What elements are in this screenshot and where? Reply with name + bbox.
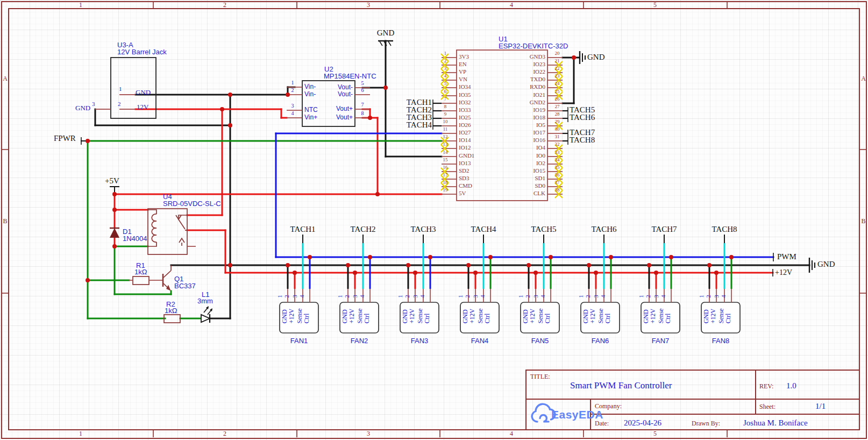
q1-value[interactable]: BC337 [174, 282, 196, 290]
sheet-value[interactable]: 1/1 [815, 402, 826, 411]
esp32-pin-number: 17 [438, 173, 453, 178]
esp32-pin-name: IO12 [459, 145, 471, 151]
u2-pin-number: 4 [287, 111, 298, 117]
net-label-tach-fan[interactable]: TACH1 [284, 225, 322, 234]
u2-pin-number: 5 [357, 81, 368, 87]
esp32-pin-name: TXD0 [502, 76, 545, 83]
junction-dot [729, 255, 734, 259]
junction-dot [86, 278, 90, 282]
junction-dot [112, 208, 117, 212]
esp32-pin-number: 23 [550, 74, 565, 79]
u2-pin-number: 2 [287, 88, 298, 94]
junction-dot [714, 271, 718, 275]
fpwr-wires-green[interactable] [88, 141, 442, 318]
esp32-pin-number: 33 [550, 150, 565, 155]
esp32-pin-number: 4 [438, 74, 453, 79]
u1-value[interactable]: ESP32-DEVKITC-32D [499, 42, 568, 50]
diode-symbol[interactable] [110, 228, 119, 238]
resistor-r2-symbol[interactable] [164, 315, 180, 323]
drawn-by-value[interactable]: Joshua M. Boniface [743, 419, 808, 428]
border-column-bottom: 1 [75, 430, 86, 437]
border-column-top: 5 [650, 2, 660, 9]
fan-label[interactable]: FAN8 [705, 337, 737, 345]
fan-label[interactable]: FAN6 [584, 337, 616, 345]
fan-pin-name: Sense [296, 295, 303, 323]
net-label-tach-fan[interactable]: TACH2 [344, 225, 382, 234]
fan-pin-name: GND [643, 295, 650, 323]
esp32-pin-name: IO23 [502, 61, 545, 68]
junction-dot [549, 255, 553, 259]
esp32-pin-number: 26 [550, 97, 565, 102]
net-label-tach-fan[interactable]: TACH6 [585, 225, 623, 234]
fan-label[interactable]: FAN7 [644, 337, 677, 345]
junction-dot [466, 263, 471, 267]
net-label-pwm[interactable]: PWM [777, 253, 796, 261]
net-label-tach-fan[interactable]: TACH7 [645, 225, 683, 234]
esp32-pin-name: VN [459, 76, 467, 83]
fan-label[interactable]: FAN3 [403, 337, 436, 345]
esp32-pin-number: 32 [550, 142, 565, 147]
fan-pin-name: +12V [409, 295, 416, 323]
l1-value[interactable]: 3mm [197, 297, 213, 305]
net-label-fpwr[interactable]: FPWR [54, 134, 76, 143]
u2-pin-number: 6 [357, 88, 368, 94]
junction-dot [383, 86, 388, 90]
fan-label[interactable]: FAN1 [283, 337, 315, 345]
u2-pin-name: NTC [304, 107, 318, 113]
fan-pin-name: GND [402, 295, 409, 323]
fan-label[interactable]: FAN4 [464, 337, 496, 345]
d1-value[interactable]: 1N4004 [123, 235, 147, 243]
schematic-drawing [0, 0, 868, 440]
net-label-tach-fan[interactable]: TACH5 [525, 225, 563, 234]
led-symbol[interactable] [201, 306, 212, 323]
esp32-pin-name: GND2 [502, 100, 545, 106]
date-value[interactable]: 2025-04-26 [624, 419, 661, 428]
fan-pin-name: Ctrl [604, 295, 611, 323]
net-label-jack-gnd-left[interactable]: GND [75, 104, 90, 112]
fan-pin-name: GND [281, 295, 288, 323]
rev-label: REV: [759, 383, 773, 390]
net-label-tach[interactable]: TACH6 [570, 113, 595, 122]
u4-value[interactable]: SRD-05VDC-SL-C [163, 200, 221, 208]
u3-value[interactable]: 12V Barrel Jack [117, 48, 167, 56]
esp32-pin-number: 9 [438, 112, 453, 117]
esp32-pin-number: 29 [550, 119, 565, 124]
junction-dot [587, 263, 591, 267]
fan-label[interactable]: FAN5 [524, 337, 556, 345]
transistor-symbol[interactable] [163, 265, 171, 291]
rev-value[interactable]: 1.0 [786, 382, 796, 391]
r1-value[interactable]: 1kΩ [134, 268, 147, 276]
r2-value[interactable]: 1kΩ [165, 307, 177, 315]
junction-dot [527, 263, 531, 267]
net-label-jack-gnd[interactable]: GND [136, 89, 151, 96]
net-label-tach-fan[interactable]: TACH8 [706, 225, 743, 234]
fan-label[interactable]: FAN2 [343, 337, 375, 345]
net-label-gnd-esp[interactable]: GND [587, 53, 605, 62]
u2-value[interactable]: MP1584EN-NTC [324, 73, 376, 80]
esp32-pin-number: 19 [438, 188, 453, 193]
junction-dot [353, 271, 357, 275]
junction-dot [413, 271, 417, 275]
junction-dot [368, 116, 372, 120]
esp32-pin-name: IO4 [502, 145, 545, 151]
fan-pin-name: Sense [417, 295, 424, 323]
net-label-tach-fan[interactable]: TACH3 [404, 225, 442, 234]
esp32-pin-name: GND3 [502, 54, 545, 60]
net-label-tach[interactable]: TACH4 [391, 121, 432, 130]
net-label-tach[interactable]: TACH8 [570, 136, 595, 145]
net-label-gnd-top[interactable]: GND [375, 29, 396, 38]
esp32-pin-number: 31 [550, 134, 565, 139]
fan-pin-name: +12V [529, 295, 536, 323]
net-label-jack-12v[interactable]: 12V [137, 103, 148, 111]
fan-pin-name: +12V [650, 295, 657, 323]
resistor-r1-symbol[interactable] [129, 276, 163, 285]
net-label-12v-rail[interactable]: +12V [775, 269, 792, 277]
net-label-gnd-right[interactable]: GND [817, 260, 835, 269]
net-label-tach-fan[interactable]: TACH4 [465, 225, 502, 234]
sheet-title[interactable]: Smart PWM Fan Controller [570, 381, 672, 391]
junction-dot [533, 271, 538, 275]
junction-dot [707, 263, 712, 267]
esp32-pin-number: 24 [550, 81, 565, 86]
esp32-pin-number: 1 [438, 51, 453, 56]
net-label-plus5v[interactable]: +5V [105, 177, 119, 186]
